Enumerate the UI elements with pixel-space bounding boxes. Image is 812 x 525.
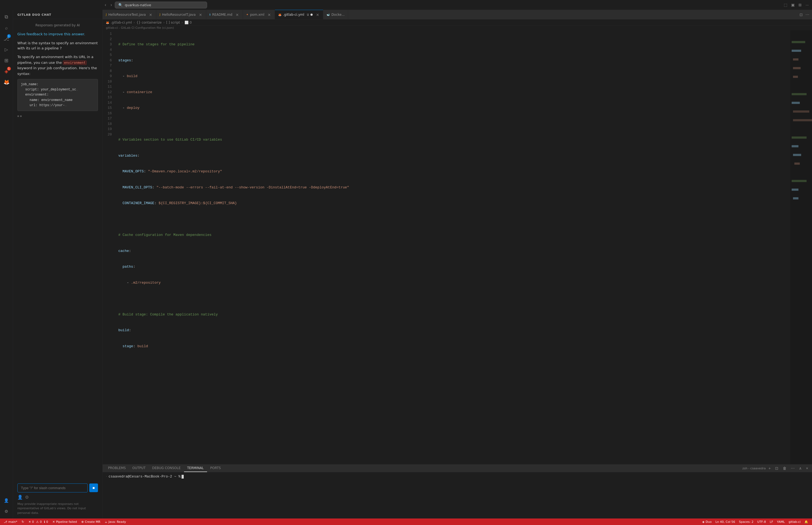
- user-icon[interactable]: 👤: [17, 495, 23, 500]
- svg-rect-4: [793, 67, 801, 69]
- status-right: ◈ Duo Ln 40, Col 56 Spaces: 2 UTF-8 LF Y…: [701, 520, 810, 524]
- status-duo[interactable]: ◈ Duo: [701, 520, 714, 524]
- tab-debug-console[interactable]: DEBUG CONSOLE: [149, 464, 184, 472]
- tab-docker[interactable]: 🐋 Docke...: [323, 10, 348, 19]
- chat-send-button[interactable]: ■: [89, 483, 98, 492]
- tab-label: pom.xml: [250, 13, 264, 17]
- ai-keyword: environment: [63, 61, 87, 65]
- status-project[interactable]: gitlab-ci: [787, 520, 802, 524]
- line-num-2: 2: [103, 36, 112, 42]
- more-actions-button[interactable]: ⋯: [789, 466, 796, 471]
- tab-terminal[interactable]: TERMINAL: [184, 464, 207, 472]
- breadcrumb-file[interactable]: .gitlab-ci.yml: [111, 21, 132, 25]
- code-line-12: [116, 216, 790, 222]
- status-notifications[interactable]: 🔔: [803, 520, 810, 524]
- info-icon: ℹ: [44, 520, 45, 524]
- code-line-14: cache:: [116, 249, 790, 254]
- activity-extensions[interactable]: ⊞: [2, 55, 11, 65]
- trash-button[interactable]: 🗑: [781, 466, 788, 471]
- split-editor-button[interactable]: ⊡: [798, 11, 804, 18]
- chat-input[interactable]: [17, 483, 88, 492]
- search-bar[interactable]: 🔍 quarkus-native: [115, 2, 207, 9]
- tab-ports[interactable]: PORTS: [207, 464, 224, 472]
- editor-area: J HelloResourceTest.java × J HelloResour…: [103, 10, 812, 519]
- breadcrumb-item[interactable]: ⬜ 0: [185, 21, 191, 25]
- status-java[interactable]: ☕ Java: Ready: [103, 520, 127, 524]
- code-editor[interactable]: # Define the stages for the pipeline sta…: [116, 30, 790, 464]
- feedback-link[interactable]: Give feedback to improve this answer.: [17, 32, 85, 36]
- status-position[interactable]: Ln 40, Col 56: [714, 520, 737, 524]
- status-errors[interactable]: ✕ 0 ⚠ 0 ℹ 0: [27, 520, 50, 524]
- ai-notice: Responses generated by AI: [17, 22, 98, 28]
- tab-close-button[interactable]: ×: [198, 13, 203, 17]
- tab-hello-resource-test[interactable]: J HelloResourceTest.java ×: [103, 10, 156, 19]
- activity-settings[interactable]: ⚙: [2, 507, 11, 516]
- user-question: What is the syntax to specify an environ…: [17, 41, 98, 51]
- status-encoding[interactable]: UTF-8: [755, 520, 767, 524]
- activity-search[interactable]: ⌕: [2, 23, 11, 33]
- close-panel-button[interactable]: ×: [805, 466, 810, 471]
- terminal-label: zsh - csaavedra: [742, 467, 766, 470]
- activity-gitlab-duo[interactable]: ◈ 1: [2, 66, 11, 76]
- code-line-7: # Variables section to use GitLab CI/CD …: [116, 137, 790, 142]
- encoding-text: UTF-8: [757, 520, 766, 524]
- status-branch[interactable]: ⎇ main*: [2, 520, 19, 524]
- activity-run[interactable]: ▷: [2, 45, 11, 54]
- tab-close-button[interactable]: ×: [315, 13, 320, 17]
- settings-icon[interactable]: ⚙: [25, 495, 29, 500]
- tab-close-button[interactable]: ×: [149, 13, 153, 17]
- code-line-2: stages:: [116, 58, 790, 63]
- tab-label: HelloResourceTest.java: [108, 13, 146, 17]
- status-spaces[interactable]: Spaces: 2: [737, 520, 755, 524]
- feedback-prompt: Give feedback to improve this answer.: [17, 31, 98, 37]
- terminal-prompt-text: csaavedra@Cesars-MacBook-Pro-2 ~ %: [109, 475, 181, 479]
- code-line-15: paths:: [116, 264, 790, 270]
- layout-button-1[interactable]: ⬚: [783, 2, 788, 8]
- tab-hello-resource-it[interactable]: J HelloResourceIT.java ×: [156, 10, 206, 19]
- tab-label: README.md: [212, 13, 232, 17]
- code-line-17: [116, 296, 790, 301]
- duo-icon: ◈: [702, 520, 705, 524]
- breadcrumb-subsection[interactable]: [ ] script: [166, 21, 180, 25]
- gitlab-icon: 🦊: [3, 79, 10, 85]
- layout-button-3[interactable]: ⊞: [797, 2, 803, 8]
- status-pipeline[interactable]: ✕ Pipeline failed: [51, 520, 78, 524]
- status-create-mr[interactable]: ⊕ Create MR: [79, 520, 102, 524]
- create-mr-label: Create MR: [85, 520, 101, 524]
- status-bar: ⎇ main* ↻ ✕ 0 ⚠ 0 ℹ 0 ✕ Pipeline failed …: [0, 519, 812, 525]
- tab-gitlab-ci[interactable]: 🦊 .gitlab-ci.yml U ×: [275, 10, 323, 19]
- line-num-15: 15: [103, 105, 112, 111]
- tab-close-button[interactable]: ×: [235, 13, 239, 17]
- tab-pom[interactable]: ✦ pom.xml ×: [243, 10, 275, 19]
- status-language[interactable]: YAML: [775, 520, 786, 524]
- code-line-5: url: https://your-…: [21, 103, 94, 108]
- chat-input-row: ■: [17, 483, 98, 492]
- breadcrumb-section[interactable]: {} containerize: [137, 21, 162, 25]
- code-line-1: job_name:: [21, 82, 94, 87]
- tab-readme[interactable]: ℹ README.md ×: [206, 10, 243, 19]
- layout-button-2[interactable]: ▣: [790, 2, 796, 8]
- terminal-content[interactable]: ◦ csaavedra@Cesars-MacBook-Pro-2 ~ %: [103, 472, 812, 519]
- split-terminal-button[interactable]: ⊡: [773, 466, 780, 471]
- svg-rect-9: [793, 119, 812, 121]
- status-line-ending[interactable]: LF: [768, 520, 775, 524]
- forward-button[interactable]: ›: [109, 1, 113, 9]
- tab-problems[interactable]: PROBLEMS: [105, 464, 129, 472]
- code-line-16: - .m2/repository: [116, 280, 790, 286]
- activity-files[interactable]: ⧉: [2, 12, 11, 22]
- maximize-panel-button[interactable]: ∧: [797, 466, 803, 471]
- main-layout: ⧉ ⌕ ⎇ 1 ▷ ⊞ ◈ 1 🦊 👤 ⚙: [0, 10, 812, 519]
- more-button[interactable]: ···: [805, 2, 810, 8]
- line-num-13: 13: [103, 95, 112, 100]
- activity-gitlab[interactable]: 🦊: [2, 77, 11, 87]
- more-actions-button[interactable]: ⋯: [805, 11, 810, 18]
- back-button[interactable]: ‹: [103, 1, 108, 9]
- branch-icon: ⎇: [4, 520, 7, 524]
- activity-source-control[interactable]: ⎇ 1: [2, 34, 11, 43]
- new-terminal-button[interactable]: +: [767, 466, 772, 471]
- status-sync[interactable]: ↻: [20, 520, 26, 524]
- tab-output[interactable]: OUTPUT: [129, 464, 149, 472]
- tab-close-button[interactable]: ×: [267, 13, 271, 17]
- activity-account[interactable]: 👤: [2, 496, 11, 506]
- code-line-3: - build: [116, 74, 790, 79]
